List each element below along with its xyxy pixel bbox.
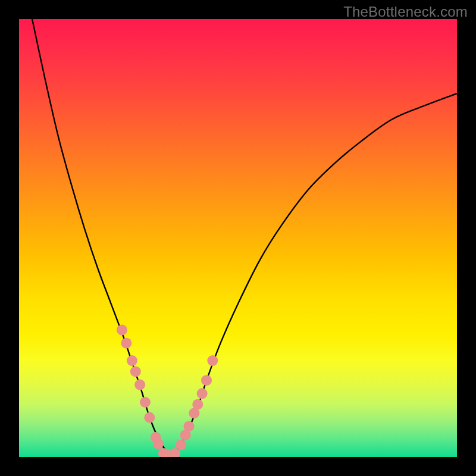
highlight-dot bbox=[201, 375, 212, 386]
watermark-text: TheBottleneck.com bbox=[343, 4, 468, 20]
highlight-dot bbox=[130, 366, 141, 377]
highlight-dot bbox=[207, 355, 218, 366]
highlight-dot bbox=[121, 338, 131, 349]
highlight-dot bbox=[140, 397, 151, 408]
chart-svg bbox=[19, 19, 457, 457]
highlight-dot bbox=[197, 388, 208, 399]
highlight-dots-group bbox=[117, 325, 218, 457]
highlight-dot bbox=[117, 325, 127, 336]
highlight-dot bbox=[127, 355, 137, 366]
highlight-dot bbox=[134, 380, 145, 390]
chart-frame: TheBottleneck.com bbox=[0, 0, 476, 476]
highlight-dot bbox=[153, 439, 164, 449]
highlight-dot bbox=[176, 439, 186, 450]
highlight-dot bbox=[184, 421, 195, 431]
highlight-dot bbox=[144, 412, 155, 423]
highlight-dot bbox=[192, 399, 203, 410]
bottleneck-curve bbox=[32, 19, 457, 453]
plot-area bbox=[19, 19, 457, 457]
